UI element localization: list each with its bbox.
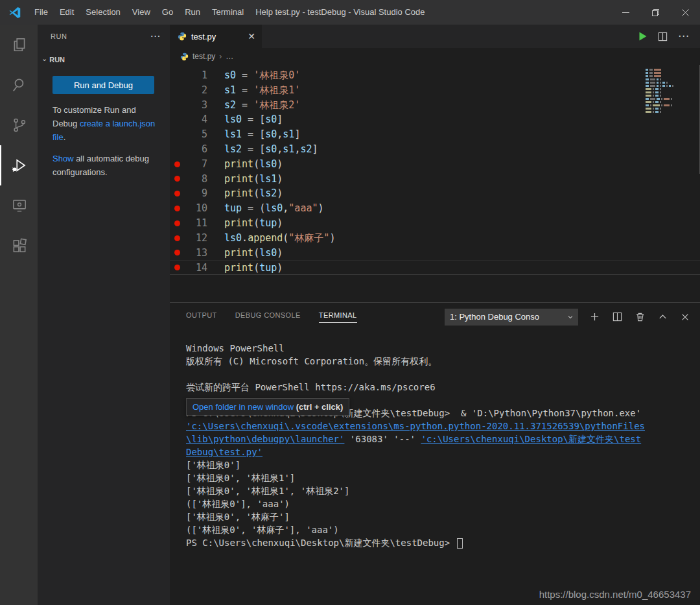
breakpoint-gutter[interactable] <box>170 68 184 83</box>
terminal-text: ['林祖泉0', '林祖泉1'] <box>186 473 295 483</box>
code-line[interactable]: 11print(tup) <box>170 216 700 231</box>
run-section-label: RUN <box>49 56 65 64</box>
menu-file[interactable]: File <box>29 0 54 25</box>
breadcrumb-file[interactable]: test.py <box>192 52 215 61</box>
line-number: 8 <box>184 172 207 187</box>
code-line[interactable]: 1s0 = '林祖泉0' <box>170 68 700 83</box>
terminal-line: (['林祖泉0', '林麻子'], 'aaa') <box>186 523 700 536</box>
menu-help[interactable]: Help <box>250 0 279 25</box>
code-line[interactable]: 8print(ls1) <box>170 172 700 187</box>
code-text: ls0.append("林麻子") <box>207 231 335 246</box>
code-line[interactable]: 5ls1 = [s0,s1] <box>170 127 700 142</box>
kill-terminal-icon[interactable] <box>635 312 645 322</box>
run-and-debug-button[interactable]: Run and Debug <box>52 76 154 94</box>
line-number: 4 <box>184 112 207 127</box>
breakpoint-dot[interactable] <box>170 246 184 261</box>
menu-selection[interactable]: Selection <box>80 0 126 25</box>
editor-more-actions-icon[interactable]: ⋯ <box>678 33 690 40</box>
run-section-header[interactable]: ⌄ RUN <box>38 53 170 67</box>
views-more-actions-icon[interactable]: ⋯ <box>150 33 161 40</box>
csdn-watermark: https://blog.csdn.net/m0_46653437 <box>539 589 691 600</box>
code-line[interactable]: 3s2 = '林祖泉2' <box>170 98 700 113</box>
extensions-icon[interactable] <box>0 226 38 266</box>
code-line[interactable]: 14print(tup) <box>170 260 700 275</box>
bottom-panel: OUTPUTDEBUG CONSOLETERMINAL 1: Python De… <box>170 302 700 605</box>
terminal-line: ['林祖泉0'] <box>186 458 700 471</box>
code-line[interactable]: 13print(ls0) <box>170 246 700 261</box>
run-python-file-icon[interactable] <box>637 31 648 42</box>
breakpoint-dot[interactable] <box>170 172 184 187</box>
line-number: 13 <box>184 246 207 261</box>
split-editor-icon[interactable] <box>658 32 668 42</box>
editor-tab-bar: test.py ✕ ⋯ <box>170 25 700 48</box>
terminal-link[interactable]: 'c:\Users\chenxuqi\.vscode\extensions\ms… <box>186 421 645 431</box>
code-line[interactable]: 6ls2 = [s0,s1,s2] <box>170 142 700 157</box>
editor-actions: ⋯ <box>637 25 700 48</box>
breadcrumb-symbol[interactable]: … <box>226 52 233 61</box>
minimap[interactable] <box>646 69 691 114</box>
terminal-text: ['林祖泉0', '林祖泉1', '林祖泉2'] <box>186 486 349 496</box>
code-text: s0 = '林祖泉0' <box>207 68 300 83</box>
breakpoint-dot[interactable] <box>170 186 184 201</box>
minimize-button[interactable] <box>611 0 640 25</box>
line-number: 9 <box>184 186 207 201</box>
code-editor[interactable]: 1s0 = '林祖泉0'2s1 = '林祖泉1'3s2 = '林祖泉2'4ls0… <box>170 65 700 302</box>
terminal-line: ['林祖泉0', '林祖泉1'] <box>186 471 700 484</box>
terminal-cursor <box>457 538 463 549</box>
explorer-icon[interactable] <box>0 25 38 65</box>
remote-explorer-icon[interactable] <box>0 185 38 226</box>
close-tab-icon[interactable]: ✕ <box>248 31 255 42</box>
terminal-text: '63083' '--' <box>344 434 421 444</box>
menu-go[interactable]: Go <box>156 0 179 25</box>
panel-tab-terminal[interactable]: TERMINAL <box>319 311 357 323</box>
split-terminal-icon[interactable] <box>612 312 622 322</box>
line-number: 2 <box>184 83 207 98</box>
terminal-text: ['林祖泉0'] <box>186 460 240 470</box>
terminal-link[interactable]: \lib\python\debugpy\launcher' <box>186 434 344 444</box>
sidebar-header: RUN ⋯ <box>38 25 170 47</box>
search-icon[interactable] <box>0 65 38 105</box>
window-controls <box>611 0 700 25</box>
breakpoint-gutter[interactable] <box>170 142 184 157</box>
terminal-selector[interactable]: 1: Python Debug Conso <box>445 309 578 326</box>
terminal-link[interactable]: Debug\test.py' <box>186 447 262 457</box>
breakpoint-dot[interactable] <box>170 261 184 274</box>
menu-view[interactable]: View <box>126 0 156 25</box>
code-text: ls0 = [s0] <box>207 112 283 127</box>
new-terminal-icon[interactable] <box>590 312 600 322</box>
breakpoint-gutter[interactable] <box>170 98 184 113</box>
menu-run[interactable]: Run <box>179 0 206 25</box>
panel-tabs: OUTPUTDEBUG CONSOLETERMINAL <box>186 311 375 323</box>
run-and-debug-icon[interactable] <box>0 145 38 185</box>
menu-terminal[interactable]: Terminal <box>206 0 250 25</box>
menu-edit[interactable]: Edit <box>54 0 80 25</box>
python-file-icon <box>178 32 187 41</box>
breakpoint-dot[interactable] <box>170 157 184 172</box>
terminal-link[interactable]: 'c:\Users\chenxuqi\Desktop\新建文件夹\test <box>421 434 641 444</box>
restore-button[interactable] <box>640 0 670 25</box>
panel-tab-output[interactable]: OUTPUT <box>186 311 217 323</box>
code-line[interactable]: 10tup = (ls0,"aaa") <box>170 201 700 216</box>
breakpoint-dot[interactable] <box>170 216 184 231</box>
breadcrumb: test.py › … <box>170 48 700 65</box>
tab-test-py[interactable]: test.py ✕ <box>170 25 262 48</box>
source-control-icon[interactable] <box>0 105 38 145</box>
terminal[interactable]: Windows PowerShell版权所有 (C) Microsoft Cor… <box>170 331 700 605</box>
breakpoint-gutter[interactable] <box>170 83 184 98</box>
code-line[interactable]: 7print(ls0) <box>170 157 700 172</box>
code-line[interactable]: 9print(ls2) <box>170 186 700 201</box>
maximize-panel-icon[interactable] <box>658 312 668 322</box>
breakpoint-dot[interactable] <box>170 231 184 246</box>
code-line[interactable]: 4ls0 = [s0] <box>170 112 700 127</box>
show-configurations-link[interactable]: Show <box>52 154 74 163</box>
close-panel-icon[interactable] <box>681 313 690 322</box>
breakpoint-gutter[interactable] <box>170 127 184 142</box>
tooltip-open-folder-text: Open folder in new window <box>192 402 294 412</box>
code-line[interactable]: 12ls0.append("林麻子") <box>170 231 700 246</box>
terminal-line: 'c:\Users\chenxuqi\.vscode\extensions\ms… <box>186 420 700 433</box>
breakpoint-gutter[interactable] <box>170 112 184 127</box>
close-window-button[interactable] <box>670 0 700 25</box>
panel-tab-debug-console[interactable]: DEBUG CONSOLE <box>235 311 301 323</box>
breakpoint-dot[interactable] <box>170 201 184 216</box>
code-line[interactable]: 2s1 = '林祖泉1' <box>170 83 700 98</box>
